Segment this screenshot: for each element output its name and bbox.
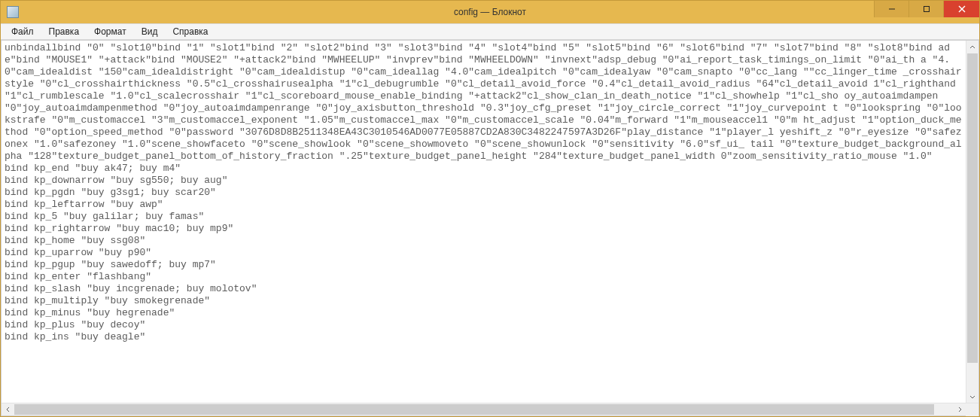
menu-format[interactable]: Формат [87,25,134,38]
menu-file[interactable]: Файл [4,25,41,38]
client-area: unbindallbind "0" "slot10"bind "1" "slot… [1,40,979,416]
scroll-right-button[interactable] [953,403,966,415]
minimize-icon [888,5,896,13]
app-icon [7,6,19,18]
menu-edit[interactable]: Правка [41,25,87,38]
vertical-scroll-track[interactable] [966,53,978,390]
scrollbar-corner [966,403,978,416]
chevron-down-icon [969,394,975,400]
chevron-up-icon [969,44,975,50]
editor-wrap: unbindallbind "0" "slot10"bind "1" "slot… [2,41,978,403]
menu-help[interactable]: Справка [165,25,215,38]
close-icon [958,5,966,13]
svg-rect-1 [924,7,929,12]
chevron-left-icon [5,406,11,412]
menu-view[interactable]: Вид [134,25,166,38]
titlebar[interactable]: config — Блокнот [1,1,979,23]
text-editor[interactable]: unbindallbind "0" "slot10"bind "1" "slot… [2,41,966,403]
maximize-icon [923,5,930,13]
scroll-left-button[interactable] [2,403,14,415]
window-title: config — Блокнот [1,7,979,17]
horizontal-scroll-track[interactable] [14,403,953,415]
vertical-scroll-thumb[interactable] [967,53,978,363]
window-controls [874,1,979,23]
close-button[interactable] [943,1,979,17]
minimize-button[interactable] [874,1,908,17]
chevron-right-icon [957,406,963,412]
app-window: config — Блокнот Файл Правка Формат Вид … [0,0,980,417]
vertical-scrollbar[interactable] [966,41,978,403]
scroll-up-button[interactable] [966,41,978,53]
maximize-button[interactable] [908,1,943,17]
horizontal-scrollbar[interactable] [2,403,978,415]
menubar: Файл Правка Формат Вид Справка [1,23,979,40]
scroll-down-button[interactable] [966,390,978,403]
horizontal-scroll-thumb[interactable] [14,404,934,415]
